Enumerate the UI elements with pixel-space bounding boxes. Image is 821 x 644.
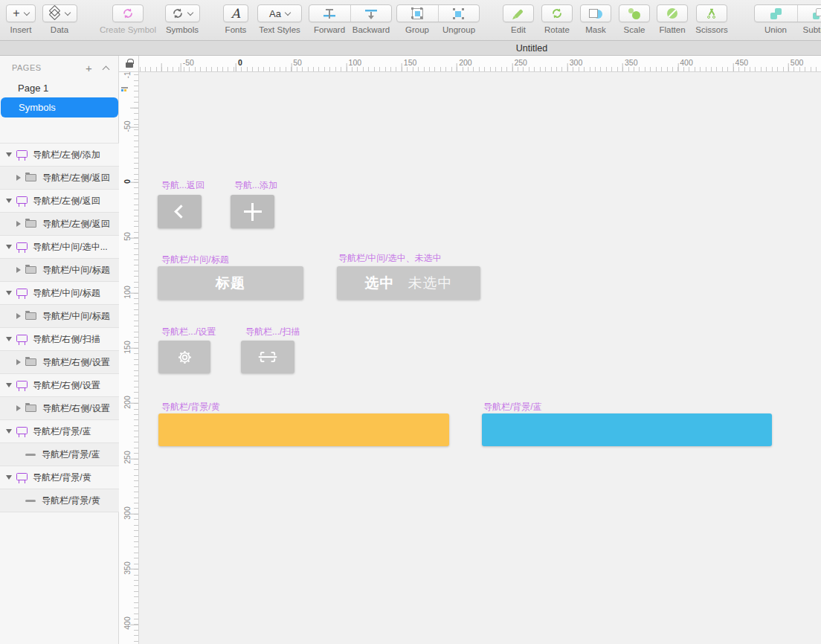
symbol-settings-button[interactable] — [158, 341, 210, 373]
scissors-button[interactable] — [696, 4, 727, 22]
disclosure-icon[interactable] — [16, 175, 21, 181]
symbol-label-bg-yellow[interactable]: 导航栏/背景/黄 — [161, 401, 220, 413]
canvas[interactable]: 导航...返回 导航...添加 导航栏/中间/标题 标题 导航栏/中间/选中、未… — [139, 72, 821, 644]
ungroup-label: Ungroup — [438, 25, 480, 34]
layer-label: 导航栏/中间/标题 — [42, 310, 119, 323]
gear-icon — [176, 349, 193, 366]
plus-icon — [244, 203, 262, 221]
tool-mask: Mask — [580, 0, 611, 34]
sidebar-page-symbols[interactable]: Symbols — [1, 97, 118, 117]
union-button[interactable] — [755, 5, 797, 22]
layers-icon — [49, 8, 61, 19]
symbol-bg-blue-bar[interactable] — [482, 413, 772, 446]
layer-row[interactable]: 导航栏/右侧/设置 — [0, 374, 119, 397]
symbol-back-button[interactable] — [158, 195, 202, 228]
disclosure-icon[interactable] — [16, 267, 21, 273]
layer-row[interactable]: 导航栏/中间/标题 — [0, 305, 119, 328]
collapse-pages-icon[interactable] — [103, 66, 110, 74]
disclosure-icon[interactable] — [6, 152, 12, 157]
forward-button[interactable] — [309, 5, 350, 22]
disclosure-icon[interactable] — [6, 199, 12, 203]
vertical-ruler[interactable]: -100-50050100150200250300350400 — [119, 72, 139, 644]
layer-label: 导航栏/右侧/设置 — [33, 379, 119, 392]
disclosure-icon[interactable] — [16, 221, 21, 227]
symbol-label-scan[interactable]: 导航栏.../扫描 — [245, 326, 300, 338]
layer-label: 导航栏/背景/黄 — [33, 471, 119, 484]
layer-label: 导航栏/右侧/扫描 — [33, 333, 119, 346]
layer-row[interactable]: 导航栏/左侧/返回 — [0, 213, 119, 236]
disclosure-icon[interactable] — [6, 245, 12, 249]
data-button[interactable] — [42, 4, 77, 22]
layer-row[interactable]: 导航栏/右侧/设置 — [0, 351, 119, 374]
disclosure-icon[interactable] — [16, 405, 21, 411]
symbol-label-settings[interactable]: 导航栏.../设置 — [161, 326, 216, 338]
layer-row[interactable]: 导航栏/背景/黄 — [0, 489, 119, 512]
rotate-button[interactable] — [541, 4, 573, 22]
insert-button[interactable]: + — [6, 4, 36, 22]
layer-row[interactable]: 导航栏/左侧/添加 — [0, 144, 119, 167]
hruler-tick-label: 150 — [404, 58, 417, 67]
layer-icon — [16, 196, 28, 204]
create-symbol-button[interactable] — [112, 4, 144, 22]
tool-scissors: Scissors — [693, 0, 730, 34]
disclosure-icon[interactable] — [16, 359, 21, 365]
layer-row[interactable]: 导航栏/右侧/设置 — [0, 397, 119, 420]
symbol-label-title[interactable]: 导航栏/中间/标题 — [161, 254, 229, 266]
symbol-add-button[interactable] — [231, 195, 274, 228]
symbol-title-rect[interactable]: 标题 — [158, 266, 303, 300]
layer-row[interactable]: 导航栏/背景/蓝 — [0, 420, 119, 443]
vruler-tick-label: 100 — [123, 281, 132, 303]
tab-unselected-text: 未选中 — [408, 274, 453, 293]
tool-scale: Scale — [619, 0, 650, 34]
disclosure-icon[interactable] — [16, 313, 21, 319]
layer-row[interactable]: 导航栏/中间/选中... — [0, 236, 119, 259]
fonts-button[interactable]: A — [223, 4, 248, 22]
symbol-label-tabs[interactable]: 导航栏/中间/选中、未选中 — [338, 252, 442, 265]
forward-label: Forward — [309, 25, 350, 34]
layer-row[interactable]: 导航栏/中间/标题 — [0, 282, 119, 305]
scale-button[interactable] — [619, 4, 650, 22]
ungroup-button[interactable] — [438, 5, 480, 22]
flatten-button[interactable] — [657, 4, 688, 22]
layer-label: 导航栏/左侧/返回 — [42, 218, 119, 231]
create-symbol-label: Create Symbol — [97, 25, 159, 34]
text-styles-button[interactable]: Aa — [257, 4, 302, 22]
disclosure-icon[interactable] — [6, 291, 12, 295]
group-button[interactable] — [397, 5, 438, 22]
edit-label: Edit — [503, 25, 534, 34]
chevron-down-icon — [23, 9, 29, 15]
layer-label: 导航栏/背景/黄 — [42, 495, 119, 507]
layer-row[interactable]: 导航栏/左侧/返回 — [0, 167, 119, 190]
aa-icon: Aa — [269, 9, 281, 19]
lock-icon[interactable] — [126, 62, 133, 68]
mask-button[interactable] — [580, 4, 611, 22]
disclosure-icon[interactable] — [6, 429, 12, 434]
mask-label: Mask — [580, 25, 611, 34]
layer-row[interactable]: 导航栏/左侧/返回 — [0, 190, 119, 213]
vruler-tick-label: 400 — [123, 612, 132, 634]
disclosure-icon[interactable] — [6, 337, 12, 341]
mask-icon — [589, 8, 602, 19]
backward-button[interactable] — [350, 5, 392, 22]
symbol-label-add[interactable]: 导航...添加 — [234, 179, 277, 192]
symbol-label-back[interactable]: 导航...返回 — [161, 179, 205, 192]
symbols-button[interactable] — [165, 4, 200, 22]
subtract-button[interactable] — [797, 5, 821, 22]
sidebar-page-page1[interactable]: Page 1 — [0, 79, 119, 98]
symbol-scan-button[interactable] — [241, 341, 294, 373]
layer-row[interactable]: 导航栏/背景/蓝 — [0, 443, 119, 466]
disclosure-icon[interactable] — [6, 383, 12, 387]
edit-button[interactable] — [503, 4, 534, 22]
horizontal-ruler[interactable]: -50050100150200250300350400450500 — [139, 56, 821, 72]
disclosure-icon[interactable] — [6, 475, 12, 480]
layer-row[interactable]: 导航栏/中间/标题 — [0, 259, 119, 282]
symbol-bg-yellow-bar[interactable] — [158, 413, 449, 446]
layer-row[interactable]: 导航栏/右侧/扫描 — [0, 328, 119, 351]
tool-edit: Edit — [503, 0, 534, 34]
symbol-label-bg-blue[interactable]: 导航栏/背景/蓝 — [483, 401, 542, 413]
rotate-label: Rotate — [541, 25, 573, 34]
add-page-icon[interactable]: + — [86, 62, 92, 74]
symbol-tabs-rect[interactable]: 选中 未选中 — [337, 266, 480, 300]
layer-row[interactable]: 导航栏/背景/黄 — [0, 466, 119, 489]
hruler-tick-label: 0 — [238, 58, 242, 67]
